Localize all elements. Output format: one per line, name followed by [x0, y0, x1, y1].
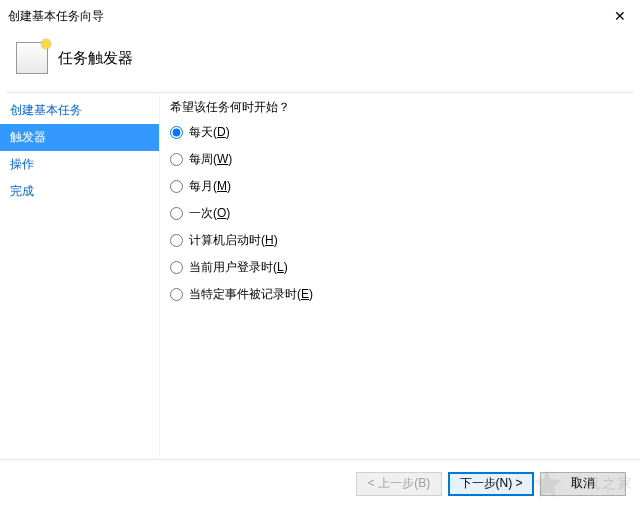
trigger-label-2: 每月(M): [189, 178, 231, 195]
trigger-label-4: 计算机启动时(H): [189, 232, 278, 249]
trigger-option-2[interactable]: 每月(M): [170, 178, 630, 195]
trigger-label-6: 当特定事件被记录时(E): [189, 286, 313, 303]
close-icon[interactable]: ✕: [610, 6, 630, 26]
sidebar-item-3[interactable]: 完成: [0, 178, 159, 205]
trigger-label-1: 每周(W): [189, 151, 232, 168]
sidebar-item-0[interactable]: 创建基本任务: [0, 97, 159, 124]
cancel-button[interactable]: 取消: [540, 472, 626, 496]
wizard-header: 任务触发器: [0, 32, 640, 92]
back-button[interactable]: < 上一步(B): [356, 472, 442, 496]
next-button[interactable]: 下一步(N) >: [448, 472, 534, 496]
trigger-radio-0[interactable]: [170, 126, 183, 139]
trigger-option-6[interactable]: 当特定事件被记录时(E): [170, 286, 630, 303]
trigger-option-3[interactable]: 一次(O): [170, 205, 630, 222]
trigger-option-1[interactable]: 每周(W): [170, 151, 630, 168]
trigger-radio-2[interactable]: [170, 180, 183, 193]
window-title: 创建基本任务向导: [8, 8, 104, 25]
trigger-label-3: 一次(O): [189, 205, 230, 222]
trigger-option-0[interactable]: 每天(D): [170, 124, 630, 141]
trigger-label-0: 每天(D): [189, 124, 230, 141]
titlebar: 创建基本任务向导 ✕: [0, 0, 640, 32]
trigger-radio-5[interactable]: [170, 261, 183, 274]
trigger-radio-4[interactable]: [170, 234, 183, 247]
wizard-content: 希望该任务何时开始？ 每天(D)每周(W)每月(M)一次(O)计算机启动时(H)…: [160, 93, 640, 462]
trigger-radio-3[interactable]: [170, 207, 183, 220]
trigger-prompt: 希望该任务何时开始？: [170, 99, 630, 116]
trigger-radio-6[interactable]: [170, 288, 183, 301]
trigger-label-5: 当前用户登录时(L): [189, 259, 288, 276]
sidebar-item-2[interactable]: 操作: [0, 151, 159, 178]
trigger-option-5[interactable]: 当前用户登录时(L): [170, 259, 630, 276]
sidebar-item-1[interactable]: 触发器: [0, 124, 159, 151]
trigger-option-4[interactable]: 计算机启动时(H): [170, 232, 630, 249]
wizard-sidebar: 创建基本任务触发器操作完成: [0, 93, 160, 462]
trigger-radio-1[interactable]: [170, 153, 183, 166]
wizard-footer: < 上一步(B) 下一步(N) > 取消: [0, 459, 640, 507]
clock-icon: [16, 42, 48, 74]
page-title: 任务触发器: [58, 49, 133, 68]
